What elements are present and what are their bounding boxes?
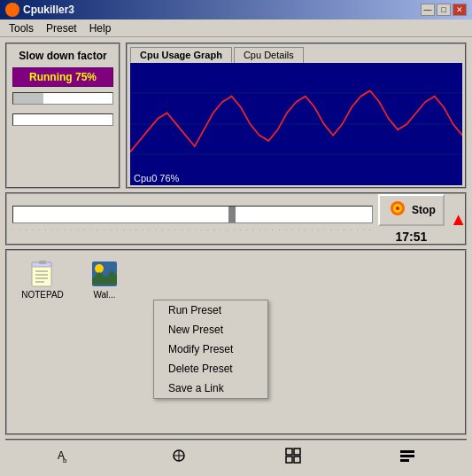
slider-section: · · · · · · · · · · · · · · · · · · · · … xyxy=(5,192,467,246)
taskbar: A b xyxy=(5,439,467,471)
svg-rect-26 xyxy=(400,459,409,462)
title-buttons: — □ ✕ xyxy=(421,4,467,16)
taskbar-svg-0: A b xyxy=(56,447,74,464)
stop-icon xyxy=(387,199,408,221)
taskbar-icon-2[interactable] xyxy=(240,447,347,464)
svg-rect-25 xyxy=(400,455,414,457)
svg-rect-20 xyxy=(286,449,292,455)
menu-tools[interactable]: Tools xyxy=(4,21,39,35)
context-delete-preset[interactable]: Delete Preset xyxy=(154,359,267,378)
desktop-icon-notepad[interactable]: NOTEPAD xyxy=(16,260,69,300)
taskbar-svg-2 xyxy=(284,447,302,464)
app-icon xyxy=(5,3,19,17)
context-save-link[interactable]: Save a Link xyxy=(154,378,267,398)
cpu-usage-label: Cpu0 76% xyxy=(130,171,182,185)
desktop-area: NOTEPAD Wal... Run Preset New Preset Mod… xyxy=(5,249,467,435)
slider-dots: · · · · · · · · · · · · · · · · · · · · … xyxy=(12,227,373,232)
svg-rect-12 xyxy=(39,261,46,264)
stop-button[interactable]: Stop xyxy=(378,194,445,226)
title-bar-left: Cpukiller3 xyxy=(5,3,74,17)
svg-rect-21 xyxy=(294,449,300,455)
taskbar-svg-3 xyxy=(398,447,416,464)
minimize-button[interactable]: — xyxy=(421,4,435,16)
taskbar-shape-3 xyxy=(398,447,416,464)
wal-label: Wal... xyxy=(93,290,115,300)
title-bar: Cpukiller3 — □ ✕ xyxy=(0,0,472,20)
stop-section: Stop 17:51 xyxy=(378,194,445,244)
svg-rect-22 xyxy=(286,456,292,463)
stop-label: Stop xyxy=(412,204,436,216)
taskbar-icon-3[interactable] xyxy=(354,447,461,464)
tab-cpu-usage[interactable]: Cpu Usage Graph xyxy=(130,47,232,63)
running-badge: Running 75% xyxy=(12,67,113,87)
context-modify-preset[interactable]: Modify Preset xyxy=(154,339,267,359)
taskbar-icon-0[interactable]: A b xyxy=(11,447,118,464)
wal-icon-svg xyxy=(90,260,119,288)
graph-area: Cpu0 76% xyxy=(130,63,462,185)
progress-bar-1 xyxy=(12,92,113,105)
menu-help[interactable]: Help xyxy=(84,21,117,35)
taskbar-icon-1[interactable] xyxy=(125,447,232,464)
maximize-button[interactable]: □ xyxy=(437,4,451,16)
graph-tabs: Cpu Usage Graph Cpu Details xyxy=(128,44,465,63)
context-run-preset[interactable]: Run Preset xyxy=(154,300,267,320)
slowdown-panel: Slow down factor Running 75% xyxy=(5,43,120,189)
svg-rect-24 xyxy=(400,450,414,453)
context-menu: Run Preset New Preset Modify Preset Dele… xyxy=(153,300,268,399)
progress-bar-2 xyxy=(12,113,113,126)
top-section: Slow down factor Running 75% Cpu Usage G… xyxy=(5,43,467,189)
slowdown-label: Slow down factor xyxy=(19,50,106,62)
desktop-icon-wal[interactable]: Wal... xyxy=(78,260,131,300)
cpu-graph-svg xyxy=(130,63,462,185)
svg-rect-23 xyxy=(294,456,300,463)
up-arrow-icon: ▲ xyxy=(450,209,468,230)
taskbar-shape-1 xyxy=(170,447,188,464)
window-title: Cpukiller3 xyxy=(23,4,74,16)
context-new-preset[interactable]: New Preset xyxy=(154,320,267,339)
notepad-icon-svg xyxy=(28,260,57,288)
notepad-label: NOTEPAD xyxy=(21,290,64,300)
time-display: 17:51 xyxy=(395,230,427,244)
main-content: Slow down factor Running 75% Cpu Usage G… xyxy=(0,37,472,476)
taskbar-shape-2 xyxy=(284,447,302,464)
slider-container: · · · · · · · · · · · · · · · · · · · · … xyxy=(12,206,373,232)
svg-text:b: b xyxy=(63,456,67,464)
close-button[interactable]: ✕ xyxy=(453,4,467,16)
menu-bar: Tools Preset Help xyxy=(0,20,472,37)
slider-thumb[interactable] xyxy=(228,207,236,222)
svg-point-14 xyxy=(95,264,104,273)
taskbar-svg-1 xyxy=(170,447,188,464)
slider-track[interactable] xyxy=(12,206,373,223)
menu-preset[interactable]: Preset xyxy=(41,21,82,35)
progress-fill xyxy=(13,93,43,104)
taskbar-shape-0: A b xyxy=(56,447,74,464)
graph-panel: Cpu Usage Graph Cpu Details Cpu0 76% xyxy=(126,43,467,189)
tab-cpu-details[interactable]: Cpu Details xyxy=(234,47,304,63)
svg-point-5 xyxy=(396,207,399,210)
